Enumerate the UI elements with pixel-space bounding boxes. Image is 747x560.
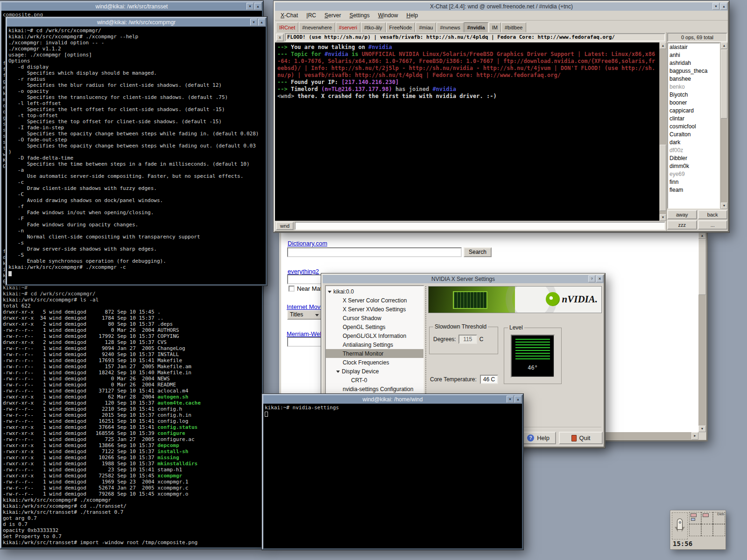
scrollbar-track[interactable]	[721, 49, 727, 203]
maximize-button[interactable]: ▴	[720, 3, 727, 10]
pager-window-icon[interactable]	[691, 513, 697, 517]
user-list[interactable]: alastairanhiashridahbagpuss_thecabanshee…	[667, 42, 720, 209]
user-list-item[interactable]: Curalton	[668, 131, 719, 139]
scroll-up-arrow-icon[interactable]: ▲	[721, 42, 727, 49]
degrees-input[interactable]: 115	[458, 335, 477, 344]
menu-item[interactable]: IRC	[303, 11, 320, 20]
user-list-item[interactable]: Dibbler	[668, 154, 719, 162]
user-list-item[interactable]: dark	[668, 139, 719, 147]
scroll-down-arrow-icon[interactable]: ▼	[698, 426, 706, 432]
user-list-item[interactable]: alastair	[668, 43, 719, 51]
browser-vertical-scrollbar[interactable]: ▲ ▼	[698, 232, 706, 432]
everything2-link[interactable]: everything2	[288, 268, 319, 275]
channel-tab[interactable]: #tko-äly	[361, 22, 386, 32]
tree-item[interactable]: OpenGL Settings	[326, 322, 423, 331]
expander-icon[interactable]	[336, 371, 340, 375]
user-list-item[interactable]: banshee	[668, 75, 719, 83]
channel-tab[interactable]: IRCnet	[276, 22, 298, 32]
scrollbar-track[interactable]	[698, 239, 706, 426]
chat-messages[interactable]: --> You are now talking on #nvidia--- To…	[275, 42, 659, 221]
dictionary-search-input[interactable]	[287, 247, 462, 257]
menu-item[interactable]: X-Chat	[277, 11, 302, 20]
close-button[interactable]: ✕	[596, 275, 603, 282]
scrollbar-track[interactable]	[660, 49, 666, 214]
scrollbar-thumb[interactable]	[721, 49, 727, 119]
zzz-button[interactable]: zzz	[667, 220, 697, 230]
user-list-item[interactable]: eye69	[668, 170, 719, 178]
window-xchat[interactable]: X-Chat [2.4.4]: wnd @ orwell.freenode.ne…	[274, 1, 729, 232]
terminal-output-home[interactable]: kikai:~# nvidia-settings	[263, 404, 522, 548]
window-terminal-xcompmgr[interactable]: wind@kikai: /wrk/src/xcompmgr ▾ ▴ kikai:…	[6, 17, 267, 286]
tree-item[interactable]: X Server Color Correction	[326, 296, 423, 305]
scroll-up-arrow-icon[interactable]: ▲	[698, 232, 706, 239]
menu-item[interactable]: Help	[402, 11, 422, 20]
tree-item[interactable]: OpenGL/GLX Information	[326, 331, 423, 340]
user-list-item[interactable]: cosmicfool	[668, 123, 719, 131]
scroll-down-arrow-icon[interactable]: ▼	[721, 203, 727, 209]
nick-label[interactable]: wnd	[276, 222, 294, 230]
user-list-item[interactable]: clintar	[668, 115, 719, 123]
channel-tab[interactable]: #nvnews	[437, 22, 463, 32]
back-button[interactable]: back	[698, 210, 728, 219]
tree-item[interactable]: CRT-0	[326, 376, 423, 385]
topic-input[interactable]: FLOOD! (use http://sh.nu/p) | vesafb/riv…	[285, 33, 665, 42]
iconify-button[interactable]: ▾	[712, 3, 719, 10]
titlebar[interactable]: X-Chat [2.4.4]: wnd @ orwell.freenode.ne…	[275, 2, 728, 11]
tree-item[interactable]: nvidia-settings Configuration	[326, 385, 423, 393]
pager-desk[interactable]: Deb	[713, 512, 725, 524]
menu-item[interactable]: Server	[321, 11, 345, 20]
channel-tab[interactable]: IM	[489, 22, 501, 32]
pager-window-icon[interactable]	[703, 513, 709, 517]
more-button[interactable]: ...	[698, 220, 728, 230]
menu-item[interactable]: Settings	[345, 11, 373, 20]
help-button[interactable]: ? Help	[521, 432, 556, 444]
window-terminal-home[interactable]: wind@kikai: /home/wind ▾ ▴ kikai:~# nvid…	[262, 394, 523, 550]
scrollbar-thumb[interactable]	[660, 145, 666, 211]
pager-desk[interactable]	[713, 524, 725, 536]
virtual-desktop-pager[interactable]: Deb	[689, 512, 725, 536]
titlebar[interactable]: wind@kikai: /wrk/src/xcompmgr ▾ ▴	[7, 18, 266, 27]
scroll-right-arrow-icon[interactable]: ►	[691, 432, 698, 440]
iconify-button[interactable]: ▾	[247, 3, 254, 10]
scroll-down-arrow-icon[interactable]: ▼	[660, 214, 666, 221]
user-list-item[interactable]: fleam	[668, 186, 719, 194]
user-list-item[interactable]: dimm0k	[668, 162, 719, 170]
channel-tab[interactable]: #bitlbee	[501, 22, 526, 32]
channel-tab[interactable]: #serveri	[336, 22, 360, 32]
imdb-type-select[interactable]: Titles	[287, 310, 322, 320]
channel-tab[interactable]: #miau	[416, 22, 436, 32]
expander-icon[interactable]	[328, 291, 331, 295]
menu-item[interactable]: Window	[374, 11, 402, 20]
user-list-item[interactable]: cappicard	[668, 107, 719, 115]
topic-clear-button[interactable]: x	[276, 34, 284, 42]
dictionary-search-button[interactable]: Search	[464, 247, 492, 257]
tree-item[interactable]: Cursor Shadow	[326, 314, 423, 322]
terminal-output-xcompmgr[interactable]: kikai:~# cd /wrk/src/xcompmgr/kikai:/wrk…	[7, 27, 266, 284]
titlebar[interactable]: wind@kikai: /home/wind ▾ ▴	[263, 395, 522, 404]
tree-item[interactable]: Display Device	[326, 367, 423, 376]
window-help-button[interactable]: ?	[588, 275, 595, 282]
titlebar[interactable]: NVIDIA X Server Settings ? ✕	[323, 275, 604, 283]
maximize-button[interactable]: ▴	[258, 19, 265, 26]
tree-item[interactable]: kikai:0.0	[326, 287, 423, 296]
user-list-item[interactable]: bagpuss_theca	[668, 67, 719, 75]
resize-corner[interactable]	[698, 432, 706, 440]
message-input[interactable]	[295, 222, 665, 230]
tree-item[interactable]: Antialiasing Settings	[326, 340, 423, 349]
desktop-pager-panel[interactable]: Deb 15:56	[670, 510, 726, 550]
user-list-item[interactable]: booner	[668, 99, 719, 107]
quit-button[interactable]: Quit	[559, 432, 603, 444]
userlist-scrollbar[interactable]: ▲ ▼	[720, 42, 727, 209]
away-button[interactable]: away	[667, 210, 697, 219]
channel-tab[interactable]: #nvidia	[464, 22, 488, 32]
tree-item[interactable]: Clock Frequencies	[326, 358, 423, 367]
iconify-button[interactable]: ▾	[250, 19, 257, 26]
channel-tab[interactable]: #neverwhere	[299, 22, 335, 32]
dictionary-link[interactable]: Dictionary.com	[288, 240, 327, 247]
pager-desk[interactable]	[689, 524, 701, 536]
user-list-item[interactable]: Biyotch	[668, 91, 719, 99]
user-list-item[interactable]: df00z	[668, 147, 719, 154]
scroll-up-arrow-icon[interactable]: ▲	[660, 42, 666, 49]
titlebar[interactable]: wind@kikai: /wrk/src/transset ▾ ▴	[1, 2, 262, 11]
user-list-item[interactable]: ashridah	[668, 59, 719, 67]
